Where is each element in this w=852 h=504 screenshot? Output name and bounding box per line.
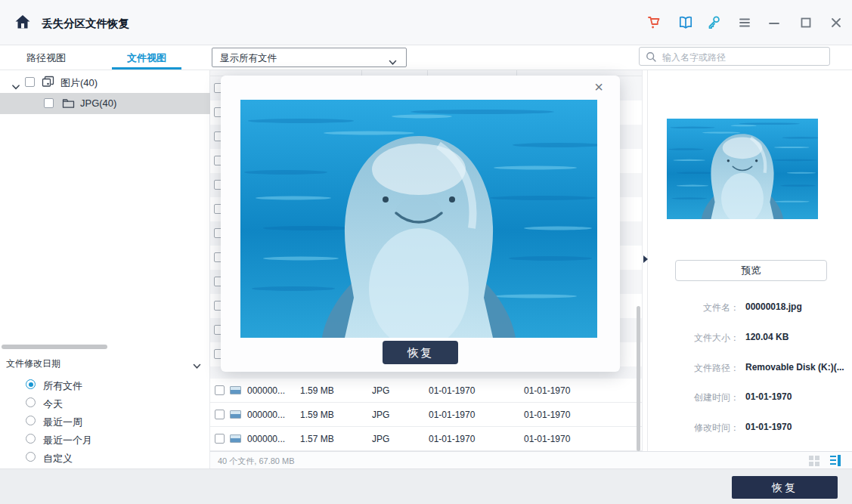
field-label: 修改时间： bbox=[648, 422, 739, 434]
file-created: 01-01-1970 bbox=[429, 385, 475, 396]
radio-last-month[interactable]: 最近一个月 bbox=[0, 431, 210, 448]
search-icon bbox=[646, 51, 657, 66]
radio-icon[interactable] bbox=[26, 379, 36, 389]
radio-icon[interactable] bbox=[26, 452, 36, 462]
radio-label: 自定义 bbox=[43, 452, 73, 465]
title-bar: 丢失分区文件恢复 bbox=[0, 0, 852, 45]
radio-label: 最近一周 bbox=[43, 416, 82, 429]
tab-file-view[interactable]: 文件视图 bbox=[127, 51, 166, 65]
file-type: JPG bbox=[372, 434, 389, 444]
file-filter-dropdown[interactable]: 显示所有文件 bbox=[212, 48, 407, 67]
radio-icon[interactable] bbox=[26, 434, 36, 444]
tab-bar: 路径视图 文件视图 显示所有文件 输入名字或路径 bbox=[0, 45, 852, 70]
image-file-icon bbox=[230, 386, 241, 394]
close-icon[interactable] bbox=[829, 15, 844, 30]
radio-icon[interactable] bbox=[26, 416, 36, 425]
field-value: 01-01-1970 bbox=[745, 391, 792, 402]
tree-item-label: JPG(40) bbox=[80, 97, 116, 109]
chevron-down-icon[interactable] bbox=[12, 79, 20, 93]
store-cart-icon[interactable] bbox=[646, 15, 661, 30]
file-created: 01-01-1970 bbox=[429, 434, 475, 444]
field-label: 文件路径： bbox=[648, 362, 739, 375]
preview-thumbnail[interactable] bbox=[667, 119, 818, 219]
field-label: 文件大小： bbox=[648, 332, 739, 345]
date-filter-title: 文件修改日期 bbox=[6, 357, 60, 370]
file-type: JPG bbox=[372, 385, 389, 396]
left-tree-panel: 图片(40) JPG(40) 文件修改日期 所有文件 今天 最近一周 最近一个月… bbox=[0, 70, 210, 468]
status-bar: 40 个文件, 67.80 MB bbox=[210, 451, 852, 468]
search-input[interactable]: 输入名字或路径 bbox=[639, 47, 830, 66]
close-icon[interactable]: × bbox=[594, 79, 603, 94]
preview-modal: × 恢复 bbox=[221, 76, 620, 372]
window-title: 丢失分区文件恢复 bbox=[42, 17, 129, 31]
file-name: 000000... bbox=[247, 385, 285, 396]
radio-label: 所有文件 bbox=[43, 379, 82, 393]
table-row[interactable]: 000000... 1.59 MB JPG 01-01-1970 01-01-1… bbox=[210, 379, 642, 403]
file-name: 000000... bbox=[247, 410, 285, 420]
list-view-icon[interactable] bbox=[830, 455, 841, 466]
file-created: 01-01-1970 bbox=[429, 410, 475, 420]
recover-button[interactable]: 恢复 bbox=[732, 476, 838, 499]
detail-field: 修改时间： 01-01-1970 bbox=[648, 422, 852, 434]
file-size: 1.59 MB bbox=[300, 385, 334, 396]
checkbox[interactable] bbox=[44, 98, 54, 108]
chevron-down-icon bbox=[389, 55, 397, 69]
search-placeholder: 输入名字或路径 bbox=[662, 51, 726, 64]
checkbox[interactable] bbox=[25, 77, 35, 87]
modal-recover-button[interactable]: 恢复 bbox=[383, 341, 458, 364]
file-size: 1.59 MB bbox=[300, 410, 334, 420]
file-size: 1.57 MB bbox=[300, 434, 334, 444]
menu-icon[interactable] bbox=[737, 15, 752, 30]
file-modified: 01-01-1970 bbox=[524, 410, 570, 420]
field-label: 创建时间： bbox=[648, 391, 739, 404]
home-icon[interactable] bbox=[14, 14, 31, 33]
vertical-scrollbar[interactable] bbox=[637, 306, 640, 451]
image-file-icon bbox=[230, 410, 241, 419]
field-value: 00000018.jpg bbox=[745, 301, 802, 312]
activation-key-icon[interactable] bbox=[707, 15, 722, 30]
checkbox[interactable] bbox=[215, 434, 225, 444]
detail-field: 文件大小： 120.04 KB bbox=[648, 332, 852, 344]
file-modified: 01-01-1970 bbox=[524, 434, 570, 444]
detail-panel: 预览 文件名： 00000018.jpg 文件大小： 120.04 KB 文件路… bbox=[648, 70, 852, 451]
radio-custom[interactable]: 自定义 bbox=[0, 450, 210, 466]
checkbox[interactable] bbox=[215, 410, 225, 419]
image-file-icon bbox=[230, 434, 241, 443]
field-value: Removable Disk (K:)(... bbox=[745, 362, 844, 373]
file-filter-value: 显示所有文件 bbox=[220, 52, 277, 65]
table-row[interactable]: 000000... 1.59 MB JPG 01-01-1970 01-01-1… bbox=[210, 403, 642, 427]
pictures-icon bbox=[42, 76, 54, 91]
radio-label: 今天 bbox=[43, 397, 63, 411]
radio-label: 最近一个月 bbox=[43, 434, 92, 447]
table-row[interactable]: 000000... 1.57 MB JPG 01-01-1970 01-01-1… bbox=[210, 427, 642, 451]
file-type: JPG bbox=[372, 410, 389, 420]
checkbox[interactable] bbox=[215, 385, 225, 395]
footer-bar: 恢复 bbox=[0, 468, 852, 504]
radio-last-week[interactable]: 最近一周 bbox=[0, 413, 210, 430]
active-tab-underline bbox=[112, 67, 181, 70]
preview-button[interactable]: 预览 bbox=[675, 260, 827, 281]
tree-item-jpg[interactable]: JPG(40) bbox=[0, 93, 210, 114]
tree-item-pictures[interactable]: 图片(40) bbox=[0, 72, 210, 93]
field-value: 01-01-1970 bbox=[745, 422, 792, 432]
field-label: 文件名： bbox=[648, 301, 739, 314]
manual-book-icon[interactable] bbox=[678, 15, 693, 30]
minimize-icon[interactable] bbox=[767, 15, 782, 30]
detail-field: 创建时间： 01-01-1970 bbox=[648, 391, 852, 404]
file-modified: 01-01-1970 bbox=[524, 385, 570, 396]
file-name: 000000... bbox=[247, 434, 285, 444]
field-value: 120.04 KB bbox=[745, 332, 788, 342]
tab-path-view[interactable]: 路径视图 bbox=[26, 51, 66, 65]
radio-all-files[interactable]: 所有文件 bbox=[0, 377, 210, 394]
horizontal-scrollbar[interactable] bbox=[2, 345, 107, 349]
grid-view-icon[interactable] bbox=[809, 456, 819, 466]
file-count-status: 40 个文件, 67.80 MB bbox=[218, 456, 295, 467]
radio-today[interactable]: 今天 bbox=[0, 395, 210, 412]
chevron-down-icon[interactable] bbox=[193, 359, 201, 373]
folder-icon bbox=[62, 97, 75, 112]
radio-icon[interactable] bbox=[26, 397, 36, 407]
detail-field: 文件路径： Removable Disk (K:)(... bbox=[648, 362, 852, 374]
maximize-icon[interactable] bbox=[798, 15, 813, 30]
tree-item-label: 图片(40) bbox=[60, 76, 98, 90]
detail-field: 文件名： 00000018.jpg bbox=[648, 301, 852, 314]
